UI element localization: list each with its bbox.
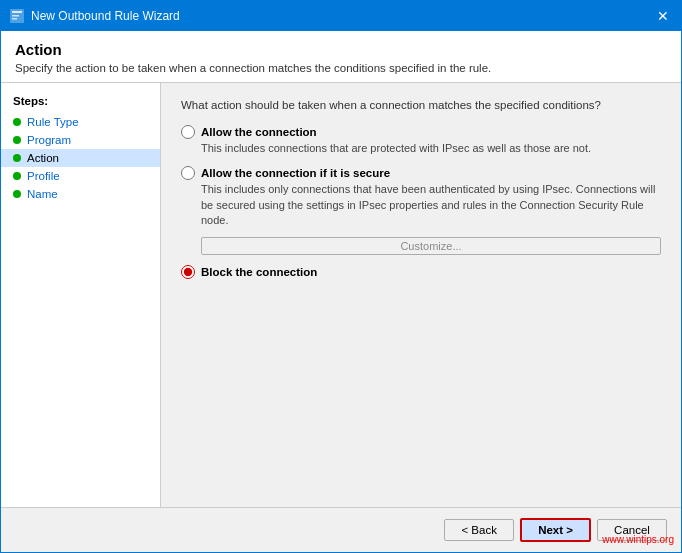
option-allow-secure: Allow the connection if it is secure Thi… <box>181 166 661 254</box>
window-footer: < Back Next > Cancel <box>1 507 681 552</box>
back-button[interactable]: < Back <box>444 519 514 541</box>
step-dot <box>13 136 21 144</box>
step-dot <box>13 190 21 198</box>
option-allow-row: Allow the connection <box>181 125 661 139</box>
sidebar-item-program[interactable]: Program <box>1 131 160 149</box>
svg-rect-3 <box>12 18 17 20</box>
radio-group: Allow the connection This includes conne… <box>181 125 661 279</box>
svg-rect-1 <box>12 11 22 13</box>
content-question: What action should be taken when a conne… <box>181 99 661 111</box>
radio-block[interactable] <box>181 265 195 279</box>
cancel-button[interactable]: Cancel <box>597 519 667 541</box>
option-allow-secure-row: Allow the connection if it is secure <box>181 166 661 180</box>
option-block: Block the connection <box>181 265 661 279</box>
wizard-window: New Outbound Rule Wizard ✕ Action Specif… <box>0 0 682 553</box>
svg-rect-2 <box>12 15 19 17</box>
page-description: Specify the action to be taken when a co… <box>15 62 667 74</box>
next-button[interactable]: Next > <box>520 518 591 542</box>
customize-button[interactable]: Customize... <box>201 237 661 255</box>
sidebar-heading: Steps: <box>1 95 160 113</box>
step-dot <box>13 154 21 162</box>
wizard-icon <box>9 8 25 24</box>
option-block-label[interactable]: Block the connection <box>201 266 317 278</box>
sidebar-item-action[interactable]: Action <box>1 149 160 167</box>
option-allow-label[interactable]: Allow the connection <box>201 126 317 138</box>
title-bar: New Outbound Rule Wizard ✕ <box>1 1 681 31</box>
option-block-row: Block the connection <box>181 265 661 279</box>
window-body: Steps: Rule Type Program Action Profile … <box>1 83 681 507</box>
step-dot <box>13 118 21 126</box>
option-allow-secure-label[interactable]: Allow the connection if it is secure <box>201 167 390 179</box>
step-dot <box>13 172 21 180</box>
window-title: New Outbound Rule Wizard <box>31 9 653 23</box>
window-header: Action Specify the action to be taken wh… <box>1 31 681 83</box>
option-allow: Allow the connection This includes conne… <box>181 125 661 156</box>
sidebar-item-ruletype[interactable]: Rule Type <box>1 113 160 131</box>
option-allow-desc: This includes connections that are prote… <box>201 141 661 156</box>
radio-allow-secure[interactable] <box>181 166 195 180</box>
sidebar-item-name[interactable]: Name <box>1 185 160 203</box>
option-allow-secure-desc: This includes only connections that have… <box>201 182 661 228</box>
page-title: Action <box>15 41 667 58</box>
sidebar-item-profile[interactable]: Profile <box>1 167 160 185</box>
content-area: What action should be taken when a conne… <box>161 83 681 507</box>
sidebar: Steps: Rule Type Program Action Profile … <box>1 83 161 507</box>
close-button[interactable]: ✕ <box>653 6 673 26</box>
radio-allow[interactable] <box>181 125 195 139</box>
